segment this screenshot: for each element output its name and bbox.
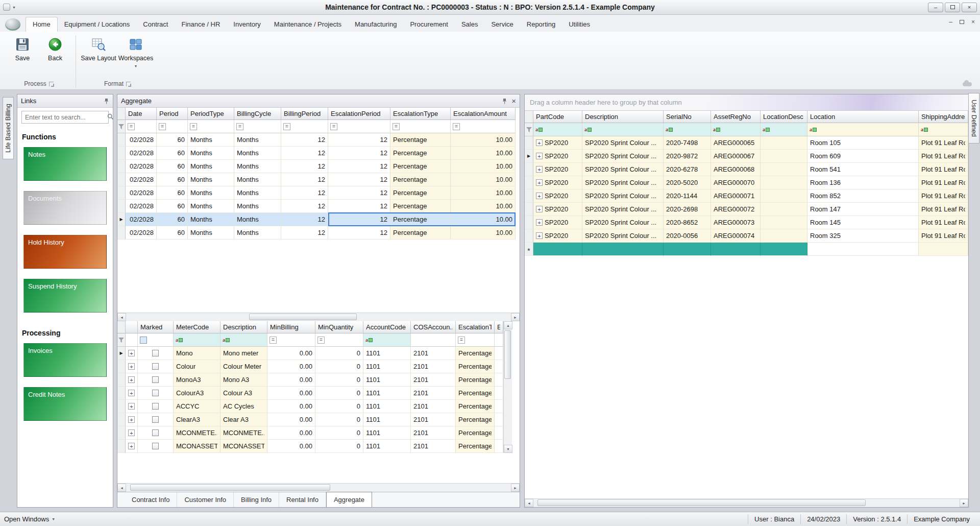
tab-aggregate[interactable]: Aggregate (326, 492, 372, 507)
cell[interactable] (761, 136, 807, 150)
column-header-escalationperiod[interactable]: EscalationPeriod (328, 108, 390, 120)
tab-billing-info[interactable]: Billing Info (234, 492, 279, 507)
cell[interactable]: 12 (328, 226, 390, 240)
cell[interactable] (138, 373, 174, 387)
ribbon-tab-utilities[interactable]: Utilities (562, 17, 597, 32)
scroll-right-button[interactable]: ► (960, 499, 968, 507)
equals-filter-icon[interactable]: = (458, 337, 465, 344)
table-row[interactable]: 02/202860MonthsMonths1212Percentage10.00 (117, 186, 520, 200)
cell[interactable]: Months (234, 213, 281, 226)
table-row[interactable]: 02/202860MonthsMonths1212Percentage10.00 (117, 200, 520, 213)
cell[interactable]: Percentage (390, 200, 451, 213)
cell[interactable]: 10.00 (451, 186, 516, 200)
cell[interactable]: Percentage (456, 440, 495, 453)
column-header-periodtype[interactable]: PeriodType (188, 108, 234, 120)
table-row[interactable]: +SP2020SP2020 Sprint Colour ...2020-7498… (525, 136, 968, 150)
cell[interactable] (138, 360, 174, 373)
cell[interactable]: Percentage (390, 133, 451, 147)
link-button-notes[interactable]: Notes (23, 147, 107, 181)
cell[interactable]: Percentage (390, 226, 451, 240)
cell[interactable]: + (126, 360, 138, 373)
cell[interactable]: 2020-8652 (664, 216, 711, 229)
column-header-billingperiod[interactable]: BillingPeriod (281, 108, 328, 120)
cell[interactable]: SP2020 Sprint Colour ... (582, 176, 664, 189)
cell[interactable]: + (126, 373, 138, 387)
ribbon-tab-equipment-locations[interactable]: Equipment / Locations (58, 17, 137, 32)
cell[interactable]: 2101 (411, 440, 456, 453)
link-button-hold-history[interactable]: Hold History (23, 235, 107, 269)
expand-row-icon[interactable]: + (536, 153, 543, 159)
filter-cell[interactable]: = (315, 333, 363, 347)
cell[interactable]: +SP2020 (533, 150, 582, 163)
cell[interactable]: 12 (281, 200, 328, 213)
cell[interactable]: SP2020 Sprint Colour ... (582, 216, 664, 229)
table-row[interactable]: +ColourA3Colour A30.00011012101Percentag… (117, 387, 503, 400)
cell[interactable] (495, 413, 503, 426)
cell[interactable]: 2101 (411, 400, 456, 413)
cell[interactable] (711, 243, 761, 256)
cell[interactable] (138, 400, 174, 413)
cell[interactable]: 12 (281, 173, 328, 186)
search-input[interactable] (25, 114, 107, 121)
ribbon-tab-inventory[interactable]: Inventory (227, 17, 267, 32)
cell[interactable]: Percentage (390, 160, 451, 173)
cell[interactable]: 60 (157, 213, 188, 226)
cell[interactable]: 0.00 (267, 400, 315, 413)
cell[interactable]: SP2020 Sprint Colour ... (582, 229, 664, 243)
cell[interactable]: 0.00 (267, 426, 315, 440)
cell[interactable] (533, 243, 582, 256)
cell[interactable]: 0.00 (267, 373, 315, 387)
cell[interactable]: Room 325 (807, 229, 919, 243)
cell[interactable]: AREG000065 (711, 136, 761, 150)
mdi-close-button[interactable]: × (971, 18, 975, 26)
expand-row-icon[interactable]: + (128, 390, 135, 396)
filter-cell[interactable]: = (126, 120, 157, 133)
cell[interactable]: 2101 (411, 373, 456, 387)
cell[interactable]: 2101 (411, 426, 456, 440)
expand-row-icon[interactable]: + (536, 179, 543, 186)
scroll-right-button[interactable]: ► (511, 313, 520, 321)
cell[interactable] (761, 243, 807, 256)
scroll-thumb[interactable] (249, 314, 357, 320)
cell[interactable]: 0 (315, 347, 363, 360)
cell[interactable]: + (126, 387, 138, 400)
cell[interactable]: Plot 91 Leaf Ro... (919, 203, 968, 216)
cell[interactable]: AREG000071 (711, 189, 761, 203)
cell[interactable]: Months (234, 133, 281, 147)
cell[interactable]: Mono meter (220, 347, 267, 360)
tab-customer-info[interactable]: Customer Info (177, 492, 234, 507)
cell[interactable]: Colour Meter (220, 360, 267, 373)
cell[interactable]: Plot 91 Leaf Ro... (919, 176, 968, 189)
open-windows-button[interactable]: Open Windows ▼ (4, 515, 55, 523)
cell[interactable]: 2101 (411, 387, 456, 400)
cell[interactable]: Percentage (390, 186, 451, 200)
cell[interactable]: +SP2020 (533, 203, 582, 216)
cell[interactable]: 02/2028 (126, 213, 157, 226)
equals-filter-icon[interactable]: = (453, 123, 460, 130)
filter-cell[interactable]: = (234, 120, 281, 133)
table-row[interactable]: +SP2020SP2020 Sprint Colour ...2020-8652… (525, 216, 968, 229)
cell[interactable]: Percentage (390, 213, 451, 226)
cell[interactable] (138, 387, 174, 400)
cell[interactable]: AREG000072 (711, 203, 761, 216)
column-header-minbilling[interactable]: MinBilling (267, 321, 315, 333)
checkbox[interactable] (152, 443, 159, 449)
table-row[interactable]: +ColourColour Meter0.00011012101Percenta… (117, 360, 503, 373)
cell[interactable]: + (126, 413, 138, 426)
application-logo-icon[interactable] (5, 18, 20, 31)
cell[interactable]: Months (188, 200, 234, 213)
scroll-left-button[interactable]: ◄ (117, 484, 126, 492)
cell[interactable]: 0 (315, 440, 363, 453)
table-row[interactable]: ▶+MonoMono meter0.00011012101Percentage (117, 347, 503, 360)
ribbon-tab-contract[interactable]: Contract (136, 17, 175, 32)
cell[interactable] (138, 413, 174, 426)
table-row[interactable]: 02/202860MonthsMonths1212Percentage10.00 (117, 173, 520, 186)
cell[interactable]: 02/2028 (126, 173, 157, 186)
assets-grid-hscrollbar[interactable]: ◄ ► (525, 498, 968, 507)
pin-icon[interactable] (104, 98, 109, 104)
meter-grid-hscrollbar[interactable]: ◄ ► (117, 483, 520, 492)
cell[interactable]: 2101 (411, 413, 456, 426)
cell[interactable] (495, 400, 503, 413)
save-button[interactable]: Save (6, 34, 39, 78)
column-header-assetregno[interactable]: AssetRegNo (711, 111, 761, 123)
